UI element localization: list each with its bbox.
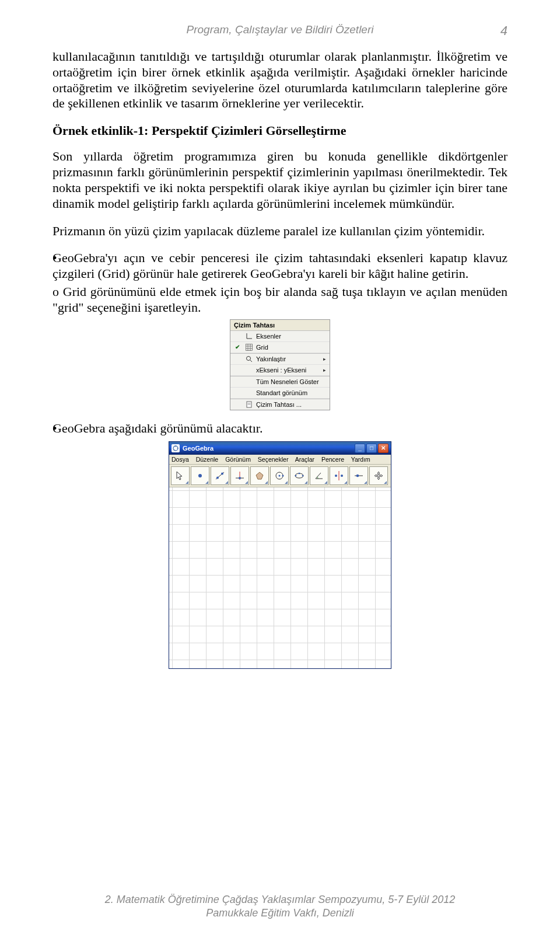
- example-heading: Örnek etkinlik-1: Perspektif Çizimleri G…: [52, 123, 508, 138]
- svg-rect-2: [246, 344, 253, 350]
- footer-line-2: Pamukkale Eğitim Vakfı, Denizli: [206, 907, 354, 919]
- paragraph-2: Son yıllarda öğretim programımıza giren …: [52, 149, 508, 211]
- magnifier-icon: [244, 355, 254, 362]
- context-menu-item-label: xEkseni : yEkseni: [256, 367, 306, 374]
- submenu-arrow-icon: ▸: [323, 367, 326, 373]
- tool-line[interactable]: [211, 466, 229, 485]
- svg-point-7: [247, 356, 251, 360]
- context-menu-item-show-all[interactable]: Tüm Nesneleri Göster: [230, 376, 330, 388]
- minimize-button[interactable]: _: [355, 444, 365, 453]
- context-menu-item-grid[interactable]: ✔ Grid: [230, 342, 330, 353]
- tool-slider[interactable]: [349, 466, 368, 485]
- svg-point-35: [356, 474, 359, 477]
- tool-angle[interactable]: [310, 466, 328, 485]
- tool-conic[interactable]: [290, 466, 309, 485]
- menubar: Dosya Düzenle Görünüm Seçenekler Araçlar…: [169, 455, 391, 465]
- paragraph-1: kullanılacağının tanıtıldığı ve tartışıl…: [52, 49, 508, 111]
- context-menu-item-label: Eksenler: [256, 333, 281, 340]
- context-menu-title: Çizim Tahtası: [230, 320, 330, 331]
- context-menu-item-label: Çizim Tahtası ...: [256, 401, 302, 408]
- toolbar: [169, 465, 391, 487]
- context-menu-item-drawing-pad[interactable]: Çizim Tahtası ...: [230, 399, 330, 410]
- tool-perpendicular[interactable]: [230, 466, 249, 485]
- menu-araclar[interactable]: Araçlar: [295, 456, 314, 463]
- footer: 2. Matematik Öğretimine Çağdaş Yaklaşıml…: [0, 893, 560, 919]
- svg-point-13: [175, 445, 176, 447]
- svg-marker-23: [256, 472, 263, 479]
- context-menu-item-label: Standart görünüm: [256, 389, 307, 396]
- tool-circle[interactable]: [270, 466, 289, 485]
- svg-point-30: [299, 472, 300, 474]
- paragraph-3: Prizmanın ön yüzü çizim yapılacak düzlem…: [52, 224, 508, 239]
- context-menu-item-label: Tüm Nesneleri Göster: [256, 378, 319, 385]
- svg-point-32: [335, 475, 337, 477]
- footer-line-1: 2. Matematik Öğretimine Çağdaş Yaklaşıml…: [105, 894, 456, 905]
- menu-dosya[interactable]: Dosya: [172, 456, 189, 463]
- tool-move[interactable]: [171, 466, 190, 485]
- running-header: Program, Çalıştaylar ve Bildiri Özetleri…: [52, 23, 508, 36]
- bullet-item-2: • GeoGebra aşağıdaki görünümü alacaktır.: [52, 421, 508, 437]
- menu-secenekler[interactable]: Seçenekler: [258, 456, 289, 463]
- submenu-arrow-icon: ▸: [323, 356, 326, 362]
- bullet-item-2-text: GeoGebra aşağıdaki görünümü alacaktır.: [52, 421, 262, 435]
- svg-point-19: [221, 472, 223, 475]
- svg-point-26: [282, 475, 284, 476]
- tool-move-view[interactable]: [369, 466, 388, 485]
- close-button[interactable]: ✕: [378, 444, 388, 453]
- menu-duzenle[interactable]: Düzenle: [196, 456, 219, 463]
- maximize-button[interactable]: □: [366, 444, 377, 453]
- bullet-item-1-text: GeoGebra'yı açın ve cebir penceresi ile …: [52, 250, 508, 281]
- context-menu-item-axis-ratio[interactable]: xEkseni : yEkseni ▸: [230, 365, 330, 376]
- sub-bullet-icon: o: [52, 284, 63, 299]
- context-menu-figure: Çizim Tahtası Eksenler ✔ Grid: [52, 319, 508, 410]
- tool-polygon[interactable]: [250, 466, 269, 485]
- menu-yardim[interactable]: Yardım: [351, 456, 370, 463]
- window-title: GeoGebra: [183, 445, 214, 452]
- check-icon: ✔: [233, 344, 242, 350]
- svg-point-18: [216, 476, 219, 479]
- axes-icon: [244, 333, 254, 340]
- grid-icon: [244, 344, 254, 351]
- geogebra-logo-icon: [172, 444, 180, 452]
- context-menu: Çizim Tahtası Eksenler ✔ Grid: [230, 319, 330, 410]
- context-menu-item-eksenler[interactable]: Eksenler: [230, 331, 330, 342]
- svg-line-8: [250, 360, 252, 362]
- tool-point[interactable]: [191, 466, 209, 485]
- titlebar: GeoGebra _ □ ✕: [169, 442, 391, 455]
- svg-point-25: [279, 475, 281, 476]
- drawing-canvas[interactable]: [169, 487, 391, 668]
- tool-reflect[interactable]: [330, 466, 348, 485]
- context-menu-item-zoom[interactable]: Yakınlaştır ▸: [230, 353, 330, 365]
- menu-pencere[interactable]: Pencere: [321, 456, 344, 463]
- svg-point-28: [295, 475, 297, 476]
- document-icon: [244, 401, 254, 408]
- svg-point-15: [174, 449, 175, 451]
- context-menu-item-standard-view[interactable]: Standart görünüm: [230, 388, 330, 399]
- running-title: Program, Çalıştaylar ve Bildiri Özetleri: [187, 23, 374, 36]
- bullet-item-1: • GeoGebra'yı açın ve cebir penceresi il…: [52, 250, 508, 282]
- page-number: 4: [501, 23, 508, 39]
- menu-gorunum[interactable]: Görünüm: [225, 456, 251, 463]
- sub-bullet-item-1a: o Grid görünümünü elde etmek için boş bi…: [52, 284, 508, 316]
- svg-point-16: [198, 474, 202, 477]
- context-menu-item-label: Grid: [256, 344, 268, 351]
- svg-point-22: [239, 477, 241, 479]
- svg-point-33: [341, 475, 343, 477]
- svg-point-29: [302, 475, 304, 476]
- sub-bullet-item-1a-text: Grid görünümünü elde etmek için boş bir …: [52, 284, 508, 315]
- context-menu-item-label: Yakınlaştır: [256, 355, 286, 362]
- geogebra-window-figure: GeoGebra _ □ ✕ Dosya Düzenle Görünüm Seç…: [52, 441, 508, 669]
- svg-point-14: [177, 448, 178, 449]
- geogebra-window: GeoGebra _ □ ✕ Dosya Düzenle Görünüm Seç…: [169, 441, 391, 669]
